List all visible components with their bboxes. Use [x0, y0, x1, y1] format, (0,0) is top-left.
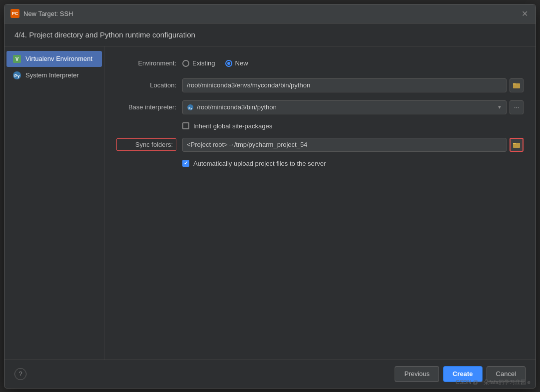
- inherit-checkbox[interactable]: [182, 122, 189, 129]
- sync-input-wrapper: [182, 138, 524, 152]
- environment-radio-group: Existing New: [182, 59, 248, 67]
- base-interpreter-more-button[interactable]: ···: [510, 100, 524, 114]
- location-label: Location:: [116, 81, 176, 89]
- svg-text:PC: PC: [12, 11, 18, 16]
- app-icon: PC: [10, 9, 19, 18]
- folder-icon-sync: [513, 141, 520, 148]
- close-button[interactable]: ✕: [520, 8, 530, 18]
- previous-button[interactable]: Previous: [395, 366, 439, 382]
- sidebar: V Virtualenv Environment Py System Inter…: [4, 46, 104, 360]
- help-button[interactable]: ?: [14, 368, 26, 380]
- inherit-row: Inherit global site-packages: [116, 122, 524, 130]
- more-label: ···: [514, 104, 519, 111]
- system-interpreter-label: System Interpreter: [25, 71, 79, 79]
- chevron-down-icon: ▼: [497, 104, 502, 110]
- step-header: 4/4. Project directory and Python runtim…: [4, 23, 536, 46]
- radio-new[interactable]: New: [225, 59, 248, 67]
- radio-existing[interactable]: Existing: [182, 59, 215, 67]
- auto-upload-label: Automatically upload project files to th…: [193, 160, 326, 167]
- location-input[interactable]: [182, 78, 507, 92]
- location-browse-button[interactable]: [510, 78, 524, 92]
- auto-upload-row: Automatically upload project files to th…: [116, 160, 524, 167]
- location-row: Location:: [116, 78, 524, 92]
- location-input-row: [182, 78, 524, 92]
- folder-icon: [513, 82, 520, 89]
- dialog-title: New Target: SSH: [23, 10, 73, 17]
- sync-folders-input[interactable]: [182, 138, 507, 152]
- dialog-window: PC New Target: SSH ✕ 4/4. Project direct…: [4, 4, 536, 389]
- environment-row: Environment: Existing New: [116, 56, 524, 70]
- virtualenv-icon: V: [12, 54, 21, 63]
- python-interpreter-icon: Py: [12, 71, 21, 80]
- content-area: V Virtualenv Environment Py System Inter…: [4, 46, 536, 360]
- footer-left: ?: [14, 368, 26, 380]
- sidebar-item-system-interpreter[interactable]: Py System Interpreter: [6, 67, 102, 83]
- radio-new-label: New: [235, 59, 248, 67]
- sync-folders-row: Sync folders:: [116, 138, 524, 152]
- sync-folders-label: Sync folders:: [116, 138, 176, 151]
- sync-browse-button[interactable]: [510, 138, 524, 152]
- radio-existing-label: Existing: [192, 59, 215, 67]
- title-bar: PC New Target: SSH ✕: [4, 4, 536, 23]
- main-panel: Environment: Existing New Location:: [104, 46, 536, 360]
- svg-text:V: V: [15, 56, 19, 62]
- auto-upload-checkbox[interactable]: [182, 160, 189, 167]
- base-interpreter-select-row: Py /root/miniconda3/bin/python ▼ ···: [182, 100, 524, 114]
- svg-text:Py: Py: [188, 106, 192, 109]
- base-interpreter-label: Base interpreter:: [116, 103, 176, 111]
- python-mini-icon: Py: [187, 104, 194, 111]
- radio-existing-circle: [182, 60, 189, 67]
- watermark-text: CSDN @一朵fafa的学习庄园 e: [456, 379, 531, 386]
- environment-label: Environment:: [116, 59, 176, 67]
- base-interpreter-row: Base interpreter: Py /root/miniconda3/bi…: [116, 100, 524, 114]
- virtualenv-label: Virtualenv Environment: [25, 55, 92, 62]
- radio-new-circle: [225, 60, 232, 67]
- inherit-label: Inherit global site-packages: [193, 122, 272, 130]
- base-interpreter-value: /root/miniconda3/bin/python: [197, 103, 277, 111]
- title-bar-left: PC New Target: SSH: [10, 9, 73, 18]
- sidebar-item-virtualenv[interactable]: V Virtualenv Environment: [6, 51, 102, 67]
- base-interpreter-select[interactable]: Py /root/miniconda3/bin/python ▼: [182, 100, 507, 114]
- svg-text:Py: Py: [14, 73, 19, 78]
